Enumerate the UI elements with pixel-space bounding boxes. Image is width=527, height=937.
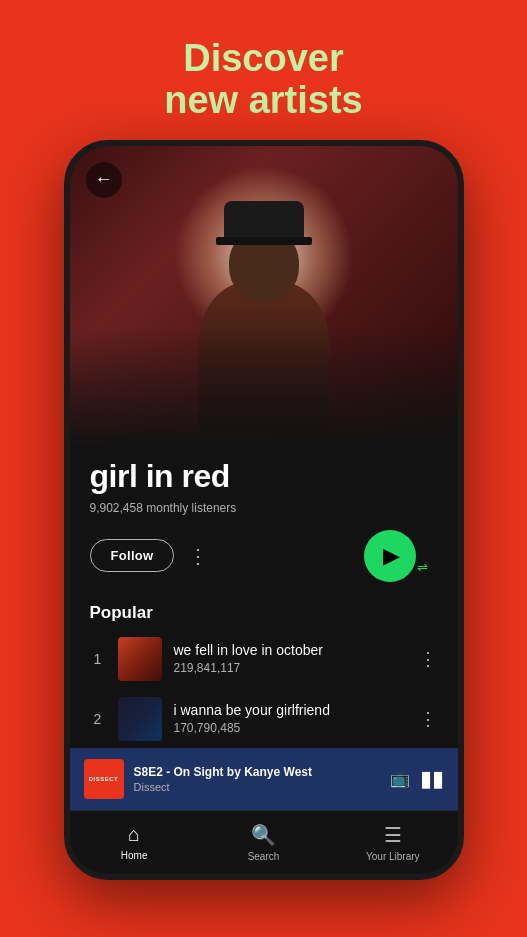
header-line1: Discover: [164, 38, 363, 80]
back-button[interactable]: ←: [86, 162, 122, 198]
track-art-2: [118, 697, 162, 741]
search-label: Search: [248, 851, 280, 862]
page-header: Discover new artists: [144, 0, 383, 140]
follow-button[interactable]: Follow: [90, 539, 175, 572]
library-icon: ☰: [384, 823, 402, 847]
more-options-icon[interactable]: ⋮: [188, 544, 210, 568]
track-title-2: i wanna be your girlfriend: [174, 702, 407, 718]
now-playing-title: S8E2 - On Sight by Kanye West: [134, 765, 380, 779]
hat: [224, 201, 304, 241]
shuffle-icon: ⇌: [417, 560, 428, 575]
now-playing-artist: Dissect: [134, 781, 380, 793]
shuffle-button[interactable]: ⇌: [408, 553, 438, 583]
popular-title: Popular: [90, 603, 438, 623]
header-line2: new artists: [164, 80, 363, 122]
track-item: 2 i wanna be your girlfriend 170,790,485…: [90, 697, 438, 741]
track-art-1: [118, 637, 162, 681]
phone-frame: ← girl in red 9,902,458 monthly listener…: [64, 140, 464, 880]
library-label: Your Library: [366, 851, 420, 862]
person-head: [229, 226, 299, 301]
back-arrow-icon: ←: [95, 169, 113, 190]
now-playing-controls: 📺 ▮▮: [390, 766, 444, 792]
track-number-2: 2: [90, 711, 106, 727]
track-item: 1 we fell in love in october 219,841,117…: [90, 637, 438, 681]
nav-item-search[interactable]: 🔍 Search: [199, 815, 328, 870]
nav-item-home[interactable]: ⌂ Home: [70, 815, 199, 869]
hero-gradient: [70, 326, 458, 446]
track-plays-2: 170,790,485: [174, 721, 407, 735]
now-playing-art: DISSECT: [84, 759, 124, 799]
pause-icon[interactable]: ▮▮: [420, 766, 444, 792]
dissect-logo-text: DISSECT: [89, 776, 119, 782]
action-left: Follow ⋮: [90, 539, 211, 572]
home-icon: ⌂: [128, 823, 140, 846]
track-title-1: we fell in love in october: [174, 642, 407, 658]
action-row: Follow ⋮ ▶ ⇌: [90, 529, 438, 583]
track-number-1: 1: [90, 651, 106, 667]
monthly-listeners: 9,902,458 monthly listeners: [90, 501, 438, 515]
track-plays-1: 219,841,117: [174, 661, 407, 675]
track-more-1[interactable]: ⋮: [419, 648, 438, 670]
artist-name: girl in red: [90, 458, 438, 495]
track-info-2: i wanna be your girlfriend 170,790,485: [174, 702, 407, 735]
nav-item-library[interactable]: ☰ Your Library: [328, 815, 457, 870]
now-playing-info: S8E2 - On Sight by Kanye West Dissect: [134, 765, 380, 793]
track-info-1: we fell in love in october 219,841,117: [174, 642, 407, 675]
search-icon: 🔍: [251, 823, 276, 847]
bottom-nav: ⌂ Home 🔍 Search ☰ Your Library: [70, 810, 458, 874]
now-playing-bar[interactable]: DISSECT S8E2 - On Sight by Kanye West Di…: [70, 748, 458, 810]
artist-info-section: girl in red 9,902,458 monthly listeners …: [70, 446, 458, 583]
dissect-logo: DISSECT: [86, 761, 122, 797]
home-label: Home: [121, 850, 148, 861]
play-icon: ▶: [383, 543, 400, 569]
track-more-2[interactable]: ⋮: [419, 708, 438, 730]
artist-hero: ←: [70, 146, 458, 446]
play-shuffle-group: ▶ ⇌: [364, 529, 438, 583]
device-icon[interactable]: 📺: [390, 769, 410, 788]
